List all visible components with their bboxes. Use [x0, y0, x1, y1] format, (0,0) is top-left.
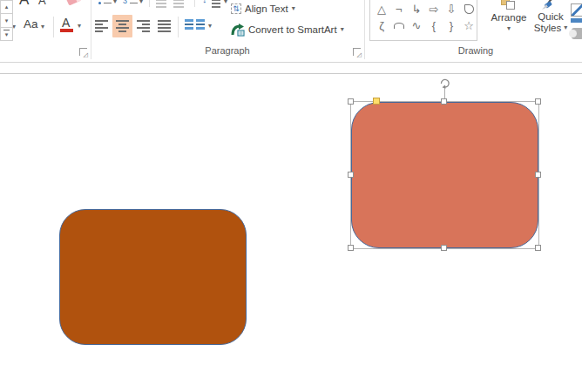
gallery-shape-star-icon[interactable]: ☆: [460, 17, 477, 33]
shrink-font-button[interactable]: A: [38, 0, 46, 7]
selection-handle-nw[interactable]: [348, 98, 354, 105]
bullets-bar: [104, 3, 112, 4]
align-center-button[interactable]: [112, 15, 132, 37]
ribbon-bottom-border: [0, 62, 582, 63]
align-left-icon: [95, 20, 108, 31]
gallery-shape-elbow-arrow-connector-icon[interactable]: ↳: [408, 1, 425, 17]
convert-to-smartart-icon: [231, 24, 245, 37]
shape-fill-icon[interactable]: [571, 3, 582, 17]
selection-handle-e[interactable]: [535, 172, 541, 178]
arrange-dropdown-icon: ▾: [507, 25, 511, 32]
quick-styles-dropdown-icon: ▾: [564, 24, 567, 31]
paragraph-dialog-launcher-icon[interactable]: ◿: [353, 48, 361, 56]
teardrop-shape: [464, 4, 474, 14]
selection-handle-w[interactable]: [348, 172, 354, 178]
corner-radius-adjust-handle[interactable]: [373, 98, 380, 105]
group-divider: [364, 0, 365, 59]
numbering-icon[interactable]: 3: [123, 0, 127, 5]
font-color-button[interactable]: A: [62, 16, 70, 30]
slide-canvas[interactable]: [0, 74, 582, 392]
shape-effects-icon[interactable]: [572, 28, 582, 39]
columns-icon: [185, 19, 193, 31]
drawing-group-label: Drawing: [369, 45, 582, 56]
quick-styles-label-line1: Quick: [538, 11, 563, 22]
justify-button[interactable]: [154, 15, 174, 37]
align-text-label: Align Text: [245, 3, 288, 14]
ribbon: A A AV → ▾ Aa ▾ A ▾ ◿ ▾ 3 ▾ ↓ ▾ ▾ ⇅ Alig…: [0, 0, 582, 62]
font-dialog-launcher-icon[interactable]: ◿: [79, 48, 87, 56]
clear-formatting-icon[interactable]: [66, 0, 81, 6]
bullets-icon[interactable]: [98, 2, 101, 4]
quick-styles-brush-icon: [541, 0, 560, 11]
gallery-scroll-down-button[interactable]: ▾: [0, 13, 13, 28]
line-spacing-bars: [212, 0, 220, 10]
align-text-icon: ⇅: [231, 3, 241, 14]
font-color-dropdown-icon[interactable]: ▾: [78, 23, 81, 30]
quick-styles-label-line2: Styles: [534, 23, 561, 33]
divider: [194, 0, 195, 7]
gallery-shape-scribble-icon[interactable]: ζ: [373, 17, 390, 33]
gallery-shape-left-brace-icon[interactable]: {: [425, 17, 443, 33]
line-spacing-dropdown-icon[interactable]: ▾: [224, 0, 227, 5]
divider: [149, 0, 150, 7]
change-case-dropdown-icon[interactable]: ▾: [41, 24, 44, 30]
align-text-dropdown-icon: ▾: [292, 5, 295, 12]
gallery-shape-teardrop-icon[interactable]: [460, 1, 477, 17]
gallery-scroll: ▴ ▾ ▾: [0, 0, 13, 50]
convert-to-smartart-label: Convert to SmartArt: [248, 24, 337, 35]
selection-handle-s[interactable]: [441, 245, 447, 251]
more-bar: [3, 30, 10, 30]
numbering-dropdown-icon[interactable]: ▾: [139, 0, 143, 5]
quick-styles-button[interactable]: Quick Styles ▾: [530, 0, 572, 33]
align-center-icon: [116, 20, 129, 31]
arrange-button[interactable]: Arrange ▾: [488, 0, 530, 32]
align-text-button[interactable]: ⇅ Align Text ▾: [231, 1, 295, 17]
increase-indent-icon[interactable]: [173, 0, 184, 10]
rotation-handle-icon[interactable]: [438, 77, 451, 90]
gallery-more-button[interactable]: ▾: [0, 27, 13, 41]
gallery-shape-curve-icon[interactable]: ∿: [408, 17, 425, 33]
arc-shape: [394, 23, 404, 29]
columns-icon: [196, 19, 205, 31]
gallery-shape-isosceles-triangle-icon[interactable]: △: [373, 1, 390, 17]
align-right-button[interactable]: [133, 15, 153, 37]
selection-handle-se[interactable]: [535, 245, 541, 251]
convert-to-smartart-dropdown-icon: ▾: [341, 26, 344, 33]
decrease-indent-icon[interactable]: [156, 0, 166, 10]
paragraph-group-label: Paragraph: [91, 45, 364, 56]
rounded-rectangle-shape-right-selected[interactable]: [351, 102, 538, 248]
gallery-shape-arc-icon[interactable]: [390, 17, 408, 33]
selection-handle-sw[interactable]: [348, 245, 354, 251]
gallery-scroll-up-button[interactable]: ▴: [0, 0, 13, 14]
numbering-bar: [130, 3, 138, 4]
grow-font-button[interactable]: A: [19, 0, 29, 9]
divider: [53, 17, 54, 37]
arrange-label: Arrange: [491, 12, 527, 23]
columns-dropdown-icon: ▾: [208, 23, 212, 30]
gallery-shape-right-arrow-icon[interactable]: ⇨: [425, 1, 443, 17]
change-case-button[interactable]: Aa: [24, 17, 38, 30]
selection-handle-ne[interactable]: [535, 98, 541, 105]
gallery-shape-right-brace-icon[interactable]: }: [443, 17, 460, 33]
align-right-icon: [137, 20, 150, 31]
bullets-dropdown-icon[interactable]: ▾: [113, 0, 117, 5]
arrange-icon: [501, 0, 517, 11]
rounded-rectangle-shape-left[interactable]: [59, 209, 247, 345]
divider: [178, 17, 179, 37]
gallery-shape-elbow-connector-icon[interactable]: ⌐: [390, 1, 408, 17]
align-left-button[interactable]: [91, 15, 112, 37]
font-color-swatch: [60, 29, 73, 32]
line-spacing-icon[interactable]: ↓: [202, 0, 207, 4]
gallery-shape-down-arrow-icon[interactable]: ⇩: [443, 1, 460, 17]
columns-button[interactable]: ▾: [181, 15, 213, 37]
justify-icon: [158, 20, 171, 31]
selection-handle-n[interactable]: [441, 98, 447, 105]
convert-to-smartart-button[interactable]: Convert to SmartArt ▾: [231, 22, 344, 37]
shape-fill-color-bar: [571, 18, 582, 23]
